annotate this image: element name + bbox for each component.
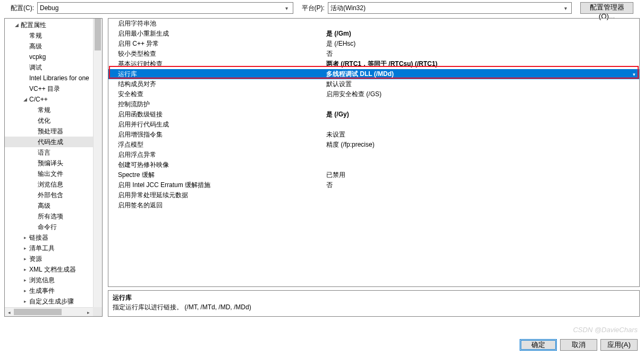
tree-pane: ◢配置属性常规高级vcpkg调试Intel Libraries for oneV… (4, 18, 103, 317)
tree-item[interactable]: ▸XML 文档生成器 (5, 264, 93, 275)
tree-label: 高级 (28, 42, 42, 51)
caret-icon: ▸ (22, 235, 28, 240)
property-row[interactable]: 较小类型检查否 (108, 49, 639, 59)
property-row[interactable]: 结构成员对齐默认设置 (108, 79, 639, 89)
tree-item[interactable]: 预处理器 (5, 126, 93, 137)
property-row[interactable]: 启用函数级链接是 (/Gy) (108, 109, 639, 120)
tree-item[interactable]: ▸清单工具 (5, 243, 93, 253)
property-name: 创建可热修补映像 (108, 160, 326, 170)
property-row[interactable]: 启用异常处理延续元数据 (108, 190, 639, 200)
tree-item[interactable]: ▸资源 (5, 253, 93, 264)
tree-scrollbar-horizontal[interactable]: ◂ ▸ (5, 307, 93, 316)
cancel-button[interactable]: 取消 (560, 339, 597, 351)
property-row[interactable]: 创建可热修补映像 (108, 160, 639, 170)
chevron-down-icon: ▾ (283, 5, 291, 11)
tree-item[interactable]: 常规 (5, 105, 93, 115)
tree-label: 预编译头 (37, 159, 63, 168)
tree-label: Intel Libraries for one (28, 74, 89, 82)
tree-label: 高级 (37, 201, 50, 210)
property-name: 启用 C++ 异常 (108, 39, 326, 48)
tree-item[interactable]: ▸链接器 (5, 232, 93, 243)
tree-item[interactable]: ◢C/C++ (5, 94, 93, 105)
tree-label: 外部包含 (37, 191, 63, 200)
property-name: 浮点模型 (108, 140, 326, 149)
property-row[interactable]: 启用浮点异常 (108, 150, 639, 160)
tree-item[interactable]: Intel Libraries for one (5, 73, 93, 83)
tree-item[interactable]: 输出文件 (5, 168, 93, 179)
property-value: 是 (/Gy) (326, 110, 639, 119)
property-value: 启用安全检查 (/GS) (326, 90, 639, 99)
property-name: 基本运行时检查 (108, 60, 326, 69)
property-row[interactable]: 启用增强指令集未设置 (108, 130, 639, 140)
apply-button[interactable]: 应用(A) (600, 339, 638, 351)
property-row[interactable]: 基本运行时检查两者 (/RTC1，等同于 /RTCsu) (/RTC1) (108, 59, 639, 69)
property-row[interactable]: 运行库多线程调试 DLL (/MDd)▾ (108, 69, 639, 79)
property-value: 未设置 (326, 130, 639, 139)
tree-item[interactable]: ◢配置属性 (5, 20, 93, 30)
config-manager-button[interactable]: 配置管理器(O)... (580, 2, 633, 14)
scroll-right-icon[interactable]: ▸ (84, 308, 93, 317)
tree-item[interactable]: VC++ 目录 (5, 83, 93, 94)
property-row[interactable]: 启用并行代码生成 (108, 120, 639, 130)
tree-item[interactable]: 命令行 (5, 222, 93, 232)
property-row[interactable]: 启用 C++ 异常是 (/EHsc) (108, 39, 639, 49)
property-value: 多线程调试 DLL (/MDd) (326, 70, 639, 79)
tree-item[interactable]: 浏览信息 (5, 179, 93, 190)
tree-scrollbar-vertical[interactable] (93, 19, 102, 307)
property-value: 是 (/Gm) (326, 29, 639, 38)
property-row[interactable]: 启用签名的返回 (108, 200, 639, 210)
caret-icon: ▸ (22, 246, 28, 251)
tree-item[interactable]: 高级 (5, 200, 93, 211)
property-value: 否 (326, 49, 639, 58)
property-row[interactable]: 启用最小重新生成是 (/Gm) (108, 29, 639, 39)
tree-item[interactable]: 高级 (5, 41, 93, 52)
tree-label: 生成事件 (28, 286, 55, 295)
property-grid: 启用字符串池启用最小重新生成是 (/Gm)启用 C++ 异常是 (/EHsc)较… (108, 18, 640, 287)
caret-icon: ◢ (22, 97, 28, 102)
property-row[interactable]: 启用字符串池 (108, 19, 639, 29)
platform-combo[interactable]: 活动(Win32) ▾ (328, 2, 572, 14)
tree-label: 常规 (28, 31, 42, 40)
tree-item[interactable]: 优化 (5, 115, 93, 126)
watermark: CSDN @DavieChars (573, 326, 638, 334)
property-name: 启用浮点异常 (108, 150, 326, 159)
config-combo[interactable]: Debug ▾ (37, 2, 293, 14)
property-value: 默认设置 (326, 80, 639, 89)
chevron-down-icon[interactable]: ▾ (630, 70, 638, 78)
tree-item[interactable]: 调试 (5, 62, 93, 73)
property-name: 启用并行代码生成 (108, 120, 326, 129)
tree-label: C/C++ (28, 96, 48, 103)
tree-item[interactable]: 预编译头 (5, 158, 93, 168)
property-row[interactable]: Spectre 缓解已禁用 (108, 170, 639, 180)
tree-item[interactable]: 外部包含 (5, 190, 93, 200)
property-value: 精度 (/fp:precise) (326, 140, 639, 149)
tree-item[interactable]: 常规 (5, 30, 93, 41)
caret-icon: ▸ (22, 288, 28, 293)
caret-icon: ▸ (22, 267, 28, 272)
property-name: 结构成员对齐 (108, 80, 326, 89)
platform-label: 平台(P): (302, 4, 325, 13)
property-row[interactable]: 启用 Intel JCC Erratum 缓解措施否 (108, 180, 639, 190)
tree-item[interactable]: ▸自定义生成步骤 (5, 296, 93, 307)
caret-icon: ◢ (13, 22, 20, 28)
tree-item[interactable]: ▸浏览信息 (5, 275, 93, 285)
tree-item[interactable]: 代码生成 (5, 137, 93, 147)
tree-item[interactable]: ▸生成事件 (5, 285, 93, 296)
chevron-down-icon: ▾ (562, 5, 569, 11)
scrollbar-thumb[interactable] (14, 309, 62, 315)
tree-item[interactable]: 所有选项 (5, 211, 93, 222)
property-name: 安全检查 (108, 90, 326, 99)
tree-label: 配置属性 (20, 21, 46, 30)
property-row[interactable]: 浮点模型精度 (/fp:precise) (108, 140, 639, 150)
tree-item[interactable]: 语言 (5, 147, 93, 158)
tree-label: 优化 (37, 116, 50, 125)
property-row[interactable]: 安全检查启用安全检查 (/GS) (108, 89, 639, 99)
property-name: Spectre 缓解 (108, 171, 326, 180)
tree-item[interactable]: vcpkg (5, 52, 93, 62)
property-row[interactable]: 控制流防护 (108, 99, 639, 109)
scrollbar-thumb[interactable] (95, 19, 101, 50)
property-name: 控制流防护 (108, 100, 326, 109)
property-name: 启用 Intel JCC Erratum 缓解措施 (108, 181, 326, 190)
scroll-left-icon[interactable]: ◂ (5, 308, 14, 317)
ok-button[interactable]: 确定 (520, 339, 557, 351)
